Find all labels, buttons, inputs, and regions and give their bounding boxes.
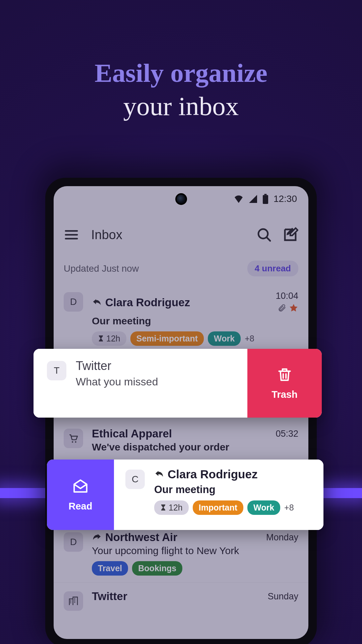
camera-notch	[175, 193, 187, 205]
swipe-card-read[interactable]: Read C Clara Rodriguez Our meeting 12h I…	[47, 460, 323, 530]
reply-arrow-icon	[154, 469, 164, 479]
avatar-building-icon	[64, 591, 83, 611]
menu-icon[interactable]	[64, 227, 79, 243]
snooze-chip: 12h	[154, 500, 189, 515]
swipe-action-trash[interactable]: Trash	[247, 349, 322, 418]
email-row[interactable]: D Clara Rodriguez 10:04	[54, 283, 308, 353]
snooze-chip: 12h	[92, 331, 126, 346]
headline-line-1: Easily organize	[0, 59, 362, 88]
svg-point-3	[72, 441, 73, 443]
email-subject: Our meeting	[92, 315, 298, 327]
avatar: D	[64, 532, 83, 552]
more-labels: +8	[284, 503, 294, 513]
reply-arrow-icon	[92, 298, 102, 308]
label-chip: Important	[193, 500, 243, 515]
trash-icon	[276, 366, 293, 384]
email-sender: Twitter	[76, 359, 237, 373]
email-sender: Twitter	[92, 590, 127, 603]
avatar: T	[47, 361, 66, 380]
email-sender: Clara Rodriguez	[168, 468, 257, 481]
label-chip: Work	[208, 331, 241, 346]
email-row[interactable]: Ethical Apparel 05:32 We've dispatched y…	[54, 420, 308, 460]
email-subject: Your upcoming flight to New York	[92, 545, 298, 556]
swipe-action-read[interactable]: Read	[47, 460, 114, 530]
avatar-cart-icon	[64, 429, 83, 448]
marketing-headline: Easily organize your inbox	[0, 0, 362, 121]
label-chip: Semi-important	[130, 331, 204, 346]
search-icon[interactable]	[256, 227, 272, 243]
star-icon[interactable]	[289, 303, 298, 314]
page-title: Inbox	[91, 228, 246, 242]
label-chip: Bookings	[132, 561, 182, 576]
swipe-card-trash[interactable]: T Twitter What you missed Trash	[34, 349, 322, 418]
email-time: 05:32	[276, 429, 298, 439]
attachment-icon	[278, 304, 286, 314]
email-row[interactable]: D Northwest Air Monday Your upcoming fli…	[54, 524, 308, 583]
status-time: 12:30	[274, 194, 297, 204]
unread-badge[interactable]: 4 unread	[247, 261, 298, 276]
cell-signal-icon	[249, 195, 257, 203]
avatar: C	[125, 470, 145, 489]
wifi-icon	[234, 195, 244, 203]
email-sender: Ethical Apparel	[92, 427, 172, 440]
label-chip: Work	[247, 500, 280, 515]
email-tags: Travel Bookings	[92, 561, 298, 576]
email-subject: Our meeting	[154, 484, 313, 496]
status-bar: 12:30	[234, 194, 297, 204]
forward-arrow-icon	[92, 532, 102, 542]
svg-point-4	[75, 441, 76, 443]
more-labels: +8	[245, 334, 254, 343]
email-subject: What you missed	[76, 376, 237, 388]
updated-label: Updated Just now	[64, 263, 139, 274]
compose-icon[interactable]	[282, 227, 298, 243]
email-tags: 12h Important Work +8	[154, 500, 313, 515]
battery-icon	[262, 194, 268, 204]
email-tags: 12h Semi-important Work +8	[92, 331, 298, 346]
swipe-action-label: Trash	[272, 389, 297, 400]
envelope-open-icon	[72, 478, 89, 496]
app-bar: Inbox	[54, 220, 308, 250]
svg-rect-1	[263, 195, 268, 204]
swipe-action-label: Read	[69, 501, 93, 512]
avatar: D	[64, 292, 83, 312]
headline-line-2: your inbox	[0, 92, 362, 121]
email-sender: Northwest Air	[105, 531, 177, 544]
email-time: Monday	[266, 532, 298, 543]
email-time: Sunday	[267, 591, 298, 602]
svg-rect-0	[264, 194, 266, 195]
swipe-email-content[interactable]: C Clara Rodriguez Our meeting 12h Import…	[114, 460, 323, 530]
label-chip: Travel	[92, 561, 128, 576]
email-row[interactable]: Twitter Sunday	[54, 583, 308, 639]
swipe-email-content[interactable]: T Twitter What you missed	[34, 349, 247, 418]
email-subject: We've dispatched your order	[92, 441, 298, 453]
inbox-subheader: Updated Just now 4 unread	[54, 261, 308, 276]
email-sender: Clara Rodriguez	[105, 296, 190, 309]
email-time: 10:04	[276, 291, 298, 301]
